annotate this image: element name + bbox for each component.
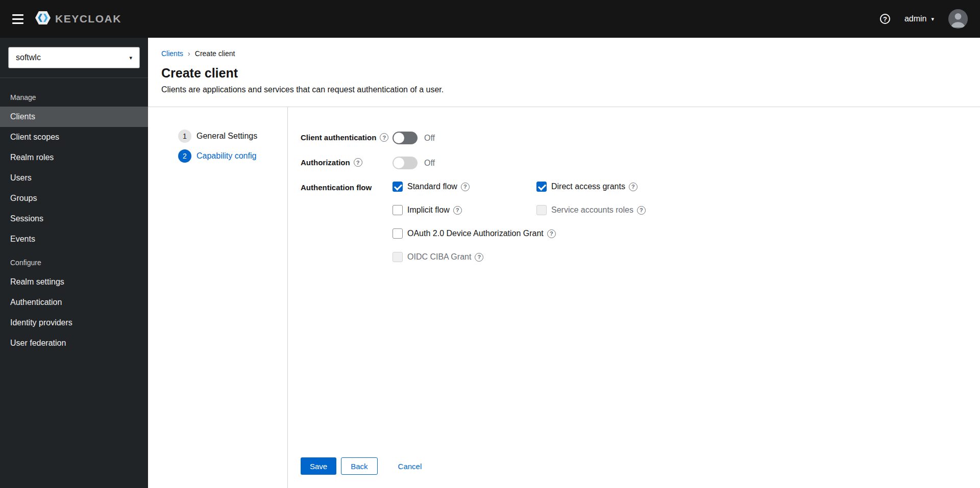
- authentication-flow-label: Authentication flow: [301, 182, 393, 192]
- nav-toggle-icon[interactable]: [12, 14, 23, 24]
- sidebar-item-user-federation[interactable]: User federation: [0, 333, 148, 353]
- standard-flow-checkbox[interactable]: [393, 182, 403, 192]
- client-authentication-row: Client authentication ? Off: [301, 132, 960, 144]
- sidebar-item-sessions[interactable]: Sessions: [0, 209, 148, 229]
- keycloak-logo[interactable]: KEYCLOAK: [35, 10, 121, 28]
- authorization-row: Authorization ? Off: [301, 157, 960, 169]
- chevron-down-icon: ▾: [931, 16, 934, 22]
- authentication-flow-row: Authentication flow Standard flow?Direct…: [301, 182, 960, 262]
- masthead: KEYCLOAK ? admin ▾: [0, 0, 980, 38]
- toggle-knob: [394, 133, 404, 143]
- label-text: Authorization: [301, 158, 350, 167]
- help-icon[interactable]: ?: [637, 206, 646, 215]
- breadcrumb-separator-icon: ›: [188, 49, 190, 58]
- brand-text: KEYCLOAK: [55, 13, 121, 25]
- sidebar-item-realm-settings[interactable]: Realm settings: [0, 272, 148, 292]
- label-text: Authentication flow: [301, 183, 372, 192]
- nav-section-title-manage: Manage: [0, 84, 148, 107]
- sidebar-item-identity-providers[interactable]: Identity providers: [0, 313, 148, 333]
- option-label: OIDC CIBA Grant: [407, 252, 471, 262]
- sidebar-item-authentication[interactable]: Authentication: [0, 292, 148, 313]
- sidebar-item-client-scopes[interactable]: Client scopes: [0, 127, 148, 147]
- help-icon[interactable]: ?: [547, 229, 556, 238]
- option-label: Direct access grants: [551, 182, 625, 191]
- realm-selector-area: softwlc ▾: [0, 38, 148, 78]
- step-number: 1: [178, 130, 191, 143]
- toggle-knob: [394, 158, 404, 168]
- authorization-state: Off: [424, 159, 435, 168]
- step-label: General Settings: [197, 132, 257, 141]
- authorization-label: Authorization ?: [301, 157, 393, 167]
- help-icon[interactable]: ?: [453, 206, 462, 215]
- page-header: Clients › Create client Create client Cl…: [148, 38, 980, 107]
- keycloak-logo-icon: [35, 10, 51, 28]
- avatar[interactable]: [948, 9, 968, 29]
- flow-option-service-accounts-roles: Service accounts roles?: [536, 205, 646, 215]
- sidebar-item-events[interactable]: Events: [0, 229, 148, 249]
- wizard-step-general-settings[interactable]: 1General Settings: [178, 130, 287, 143]
- step-label: Capability config: [197, 151, 256, 161]
- masthead-utilities: ? admin ▾: [880, 9, 968, 29]
- sidebar-item-realm-roles[interactable]: Realm roles: [0, 147, 148, 168]
- implicit-flow-checkbox[interactable]: [393, 205, 403, 215]
- help-icon[interactable]: ?: [380, 133, 388, 142]
- sidebar-item-groups[interactable]: Groups: [0, 188, 148, 209]
- user-dropdown[interactable]: admin ▾: [904, 14, 934, 23]
- service-accounts-roles-checkbox: [536, 205, 547, 215]
- authorization-control: Off: [393, 157, 435, 169]
- help-icon[interactable]: ?: [475, 253, 483, 262]
- wizard-steps-nav: 1General Settings2Capability config: [148, 107, 287, 488]
- form-actions: Save Back Cancel: [301, 457, 960, 475]
- sidebar-item-users[interactable]: Users: [0, 168, 148, 188]
- flow-option-oidc-ciba-grant: OIDC CIBA Grant?: [393, 252, 536, 262]
- flow-option-standard-flow: Standard flow?: [393, 182, 536, 192]
- sidebar-item-clients[interactable]: Clients: [0, 107, 148, 127]
- help-icon[interactable]: ?: [461, 183, 470, 191]
- help-icon[interactable]: ?: [629, 183, 638, 191]
- client-authentication-toggle[interactable]: [393, 132, 418, 144]
- save-button[interactable]: Save: [301, 457, 336, 475]
- oidc-ciba-grant-checkbox: [393, 252, 403, 262]
- sidebar: softwlc ▾ ManageClientsClient scopesReal…: [0, 38, 148, 488]
- main-content: Clients › Create client Create client Cl…: [148, 38, 980, 488]
- option-label: Standard flow: [407, 182, 457, 191]
- option-label: OAuth 2.0 Device Authorization Grant: [407, 229, 544, 238]
- breadcrumb: Clients › Create client: [161, 49, 967, 58]
- authentication-flow-options: Standard flow?Direct access grants?Impli…: [393, 182, 646, 262]
- flow-option-direct-access-grants: Direct access grants?: [536, 182, 646, 192]
- authorization-toggle: [393, 157, 418, 169]
- direct-access-grants-checkbox[interactable]: [536, 182, 547, 192]
- cancel-button[interactable]: Cancel: [389, 457, 431, 475]
- wizard: 1General Settings2Capability config Clie…: [148, 107, 980, 488]
- breadcrumb-clients-link[interactable]: Clients: [161, 49, 183, 58]
- label-text: Client authentication: [301, 133, 376, 142]
- realm-name: softwlc: [16, 53, 41, 62]
- breadcrumb-current: Create client: [195, 49, 235, 58]
- help-icon[interactable]: ?: [880, 14, 890, 24]
- page-description: Clients are applications and services th…: [161, 85, 967, 107]
- option-label: Implicit flow: [407, 206, 450, 215]
- back-button[interactable]: Back: [341, 457, 377, 475]
- help-icon[interactable]: ?: [354, 158, 362, 167]
- page-title: Create client: [161, 66, 967, 81]
- capability-config-form: Client authentication ? Off Authorizatio…: [287, 107, 980, 488]
- oauth-2-0-device-authorization-grant-checkbox[interactable]: [393, 228, 403, 239]
- nav-section-title-configure: Configure: [0, 249, 148, 272]
- chevron-down-icon: ▾: [129, 55, 132, 61]
- client-authentication-label: Client authentication ?: [301, 132, 393, 142]
- sidebar-nav: ManageClientsClient scopesRealm rolesUse…: [0, 78, 148, 353]
- flow-option-implicit-flow: Implicit flow?: [393, 205, 536, 215]
- step-number: 2: [178, 149, 191, 163]
- keycloak-admin-console: KEYCLOAK ? admin ▾ softwlc ▾: [0, 0, 980, 488]
- option-label: Service accounts roles: [551, 206, 633, 215]
- wizard-step-capability-config[interactable]: 2Capability config: [178, 149, 287, 163]
- client-authentication-control: Off: [393, 132, 435, 144]
- flow-option-oauth-2-0-device-authorization-grant: OAuth 2.0 Device Authorization Grant?: [393, 228, 646, 239]
- realm-selector[interactable]: softwlc ▾: [8, 47, 140, 68]
- client-authentication-state: Off: [424, 134, 435, 143]
- username: admin: [904, 14, 927, 23]
